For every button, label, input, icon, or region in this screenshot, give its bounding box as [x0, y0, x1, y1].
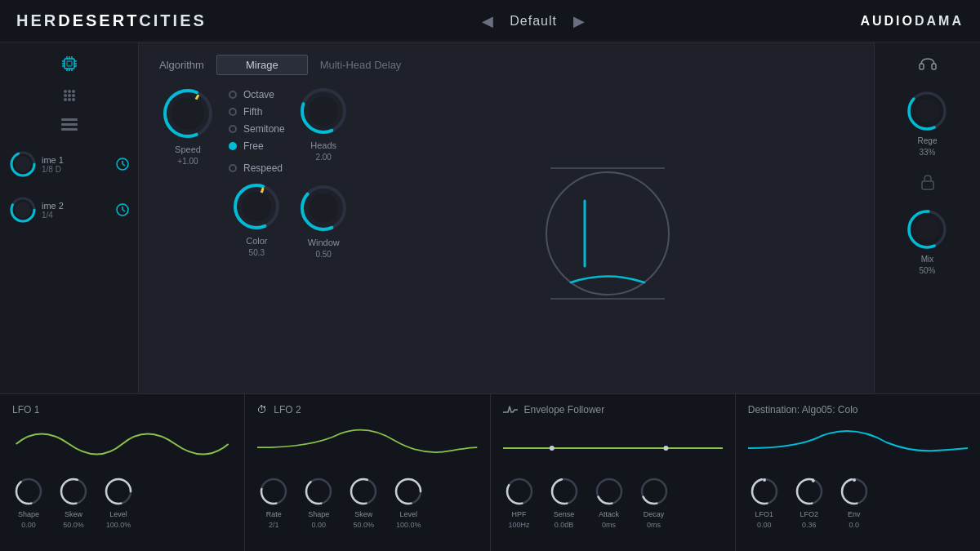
speed-knob[interactable]	[159, 85, 216, 142]
lfo2-shape-value: 0.00	[311, 521, 326, 529]
regen-knob[interactable]	[905, 89, 950, 134]
heads-label: Heads	[310, 140, 336, 150]
svg-point-45	[242, 192, 271, 221]
dots-icon[interactable]	[61, 87, 78, 104]
svg-point-21	[68, 98, 71, 101]
octave-label: Octave	[243, 89, 274, 100]
lfo2-skew-container: Skew 50.0%	[347, 475, 380, 529]
algorithm-selected[interactable]: Mirage	[216, 55, 308, 75]
time1-value: 1/8 D	[42, 165, 64, 174]
envelope-label: Envelope Follower	[524, 404, 605, 415]
svg-point-22	[72, 98, 75, 101]
attack-value: 0ms	[602, 521, 616, 529]
time2-name: ime 2	[42, 201, 64, 211]
svg-rect-23	[61, 118, 78, 121]
time1-label: ime 1 1/8 D	[42, 155, 64, 174]
lfo1-level-value: 100.0%	[106, 521, 131, 529]
algorithm-label: Algorithm	[159, 59, 204, 71]
right-sidebar: Rege 33% Mix 50%	[874, 42, 980, 393]
radio-color-column: Octave Fifth Semitone Free	[229, 85, 285, 381]
lfo1-shape-value: 0.00	[21, 521, 36, 529]
svg-point-103	[763, 478, 766, 482]
lfo1-level-container: Level 100.0%	[102, 475, 135, 529]
speed-label: Speed	[175, 144, 201, 154]
lfo2-dest-knob[interactable]	[793, 475, 826, 508]
octave-radio[interactable]: Octave	[229, 89, 285, 100]
sidebar-icons	[60, 55, 78, 133]
attack-label: Attack	[599, 510, 619, 518]
lfo1-skew-container: Skew 50.0%	[57, 475, 90, 529]
svg-rect-61	[922, 181, 933, 189]
chip-icon[interactable]	[60, 55, 78, 73]
lfo1-level-knob[interactable]	[102, 475, 135, 508]
window-knob-container: Window 0.50	[297, 182, 350, 259]
lfo1-dest-knob[interactable]	[748, 475, 781, 508]
svg-point-18	[68, 94, 71, 97]
free-radio[interactable]: Free	[229, 140, 285, 152]
sense-value: 0.0dB	[555, 521, 574, 529]
prev-preset-button[interactable]: ◀	[482, 12, 493, 30]
heads-knob[interactable]	[297, 85, 350, 138]
destination-title: Destination: Algo05: Colo	[748, 404, 968, 415]
svg-point-34	[15, 202, 31, 218]
lfo1-skew-knob[interactable]	[57, 475, 90, 508]
main-content: ime 1 1/8 D ime 2 1/4	[0, 42, 980, 393]
decay-knob[interactable]	[638, 475, 670, 508]
window-value: 0.50	[315, 250, 331, 259]
next-preset-button[interactable]: ▶	[573, 12, 585, 30]
svg-rect-25	[61, 128, 78, 131]
env-dest-knob[interactable]	[838, 475, 871, 508]
envelope-icon	[503, 404, 518, 415]
lfo2-rate-label: Rate	[266, 510, 282, 518]
lfo1-title: LFO 1	[12, 404, 232, 415]
mix-value: 50%	[919, 266, 935, 275]
algorithm-other[interactable]: Multi-Head Delay	[320, 59, 402, 71]
svg-point-19	[72, 94, 75, 97]
hpf-knob[interactable]	[503, 475, 536, 508]
lfo2-level-knob[interactable]	[392, 475, 425, 508]
svg-point-70	[66, 484, 81, 499]
decay-label: Decay	[644, 510, 665, 518]
svg-point-79	[311, 484, 326, 499]
free-label: Free	[243, 140, 264, 152]
lfo2-skew-knob[interactable]	[347, 475, 380, 508]
brand-dama: DAMA	[915, 14, 964, 28]
svg-point-97	[602, 484, 617, 499]
lfo2-shape-knob[interactable]	[302, 475, 335, 508]
time2-knob[interactable]	[8, 195, 38, 224]
time2-row: ime 2 1/4	[8, 195, 130, 224]
sense-container: Sense 0.0dB	[548, 475, 581, 529]
brand-audio: AUDIO	[860, 14, 915, 28]
svg-point-111	[853, 478, 856, 482]
lock-icon[interactable]	[920, 173, 935, 191]
svg-point-82	[356, 484, 371, 499]
fifth-radio[interactable]: Fifth	[229, 106, 285, 118]
header: HERDESERTCITIES ◀ Default ▶ AUDIODAMA	[0, 0, 980, 42]
color-knob[interactable]	[230, 180, 283, 233]
semitone-radio[interactable]: Semitone	[229, 123, 285, 135]
time1-name: ime 1	[42, 155, 64, 165]
lfo1-dest-container: LFO1 0.00	[748, 475, 781, 529]
fifth-label: Fifth	[243, 106, 262, 118]
lines-icon[interactable]	[61, 118, 78, 133]
hpf-value: 100Hz	[508, 521, 529, 529]
svg-point-48	[309, 96, 338, 126]
envelope-title: Envelope Follower	[503, 404, 723, 415]
heads-value: 2.00	[315, 153, 331, 162]
attack-knob[interactable]	[593, 475, 626, 508]
lfo2-dest-value: 0.36	[802, 521, 817, 529]
env-dest-value: 0.0	[849, 521, 859, 529]
lfo2-level-container: Level 100.0%	[392, 475, 425, 529]
window-knob[interactable]	[297, 182, 350, 235]
semitone-label: Semitone	[243, 123, 285, 135]
heads-knob-container: Heads 2.00	[297, 85, 350, 162]
lfo1-shape-knob[interactable]	[12, 475, 45, 508]
svg-point-20	[64, 98, 67, 101]
waveform-display	[363, 85, 853, 381]
lfo2-shape-label: Shape	[308, 510, 329, 518]
time1-knob[interactable]	[8, 149, 38, 179]
preset-name: Default	[510, 14, 557, 29]
mix-knob[interactable]	[905, 207, 950, 252]
sense-knob[interactable]	[548, 475, 581, 508]
lfo2-rate-knob[interactable]	[257, 475, 290, 508]
